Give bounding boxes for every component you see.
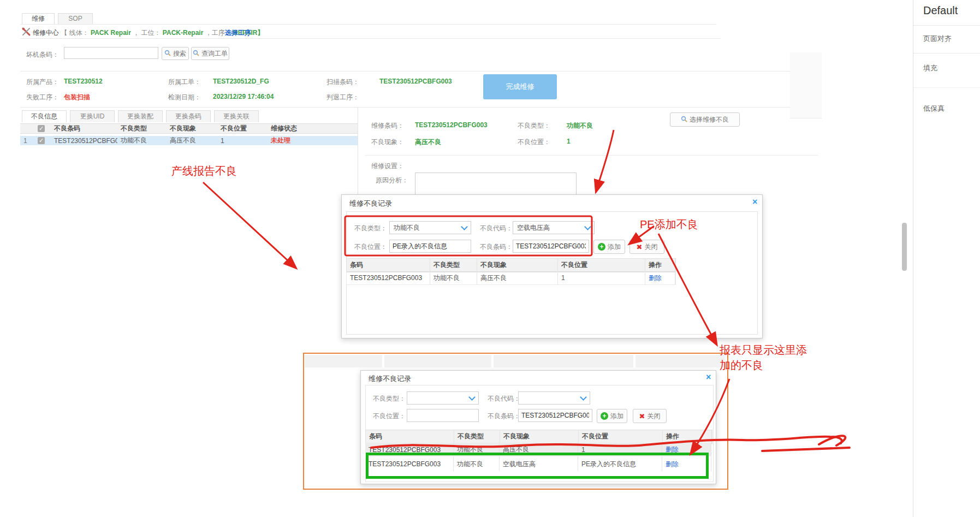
cell-phenomenon: 高压不良 [477, 271, 558, 284]
tab-replace-uid[interactable]: 更换UID [70, 110, 115, 122]
order-label: 所属工单： [168, 78, 201, 87]
add-button[interactable]: + 添加 [597, 409, 627, 423]
tab-replace-assembly[interactable]: 更换装配 [118, 110, 163, 122]
row-checkbox[interactable]: ✓ [34, 136, 51, 145]
annotation-report-note-line1: 报表只显示这里添 [720, 343, 807, 358]
search-icon [164, 50, 171, 58]
defect-position-label: 不良位置： [373, 412, 406, 421]
add-button-label: 添加 [608, 242, 621, 252]
sidebar-item-fill[interactable]: 填充 [923, 63, 937, 73]
close-button-label: 关闭 [647, 412, 660, 421]
defect-type-label: 不良类型： [373, 394, 406, 403]
app-edge-stripe [790, 105, 822, 118]
reject-process-label: 判退工序： [326, 93, 359, 102]
repair-barcode-value: TEST230512PCBFG003 [415, 121, 488, 129]
defect-position-input[interactable] [389, 240, 471, 253]
defect-code-select[interactable] [518, 391, 590, 405]
close-button[interactable]: ✖ 关闭 [633, 409, 667, 423]
phenomenon-value: 高压不良 [415, 138, 441, 147]
search-button[interactable]: 搜索 [162, 47, 189, 60]
annotation-report-note-line2: 加的不良 [720, 358, 763, 373]
select-process-link[interactable]: 选择工序 [225, 28, 251, 38]
defect-table: ✓ 不良条码 不良类型 不良现象 不良位置 维修状态 [20, 123, 358, 134]
tab-repair[interactable]: 维修 [22, 13, 55, 24]
delete-link[interactable]: 删除 [645, 271, 675, 284]
tab-replace-barcode[interactable]: 更换条码 [166, 110, 211, 122]
scan-barcode-value: TEST230512PCBFG003 [379, 78, 452, 85]
chevron-down-icon [468, 394, 476, 401]
phenomenon-label: 不良现象： [371, 138, 404, 147]
repair-settings-label: 维修设置： [371, 162, 404, 171]
section-divider [20, 107, 822, 108]
query-order-button[interactable]: 查询工单 [191, 47, 229, 60]
line-label: 【 线体： [61, 29, 88, 37]
bad-machine-barcode-input[interactable] [64, 47, 158, 59]
tab-sop[interactable]: SOP [58, 13, 93, 24]
check-date-value: 2023/12/29 17:46:04 [213, 93, 274, 100]
wrench-icon [22, 27, 31, 36]
defect-barcode-input[interactable] [518, 409, 592, 422]
defect-barcode-label: 不良条码： [488, 412, 520, 421]
repair-type-label: 不良类型： [518, 121, 550, 130]
annotation-strikethrough-hook [819, 436, 845, 445]
cell-status: 未处理 [268, 136, 358, 145]
close-button-label: 关闭 [644, 242, 657, 252]
finish-repair-button[interactable]: 完成维修 [483, 74, 557, 99]
defect-barcode-label: 不良条码： [480, 242, 513, 252]
scrollbar-thumb[interactable] [902, 223, 907, 271]
defect-type-select[interactable]: 功能不良 [389, 221, 471, 234]
cell-position: 1 [558, 271, 645, 284]
plus-icon: + [601, 412, 608, 420]
row-number: 1 [20, 136, 34, 145]
red-cross-icon: ✖ [639, 412, 645, 420]
position-label: 不良位置： [518, 138, 550, 147]
sidebar-item-page-align[interactable]: 页面对齐 [923, 34, 952, 44]
defect-code-label: 不良代码： [488, 394, 520, 403]
station-value: PACK-Repair [163, 29, 203, 37]
annotation-line-report-defect: 产线报告不良 [171, 164, 237, 179]
close-icon[interactable]: × [706, 373, 711, 381]
sidebar-divider [913, 25, 980, 26]
fail-process-label: 失败工序： [26, 93, 59, 102]
col-operation: 操作 [663, 430, 712, 443]
app-edge-stripe [790, 66, 822, 79]
select-all-checkbox[interactable]: ✓ [34, 124, 51, 134]
defect-barcode-input[interactable] [513, 240, 589, 253]
panel-divider [365, 155, 818, 156]
select-repair-defect-button[interactable]: 选择维修不良 [670, 112, 740, 127]
tabbar-border [20, 24, 716, 25]
col-barcode: 条码 [366, 430, 454, 443]
checkbox-checked-icon: ✓ [38, 137, 45, 144]
defect-position-input[interactable] [407, 409, 479, 422]
tab-defect-info[interactable]: 不良信息 [22, 110, 67, 122]
close-icon[interactable]: × [752, 198, 757, 206]
close-button[interactable]: ✖ 关闭 [629, 240, 664, 254]
tab-replace-link[interactable]: 更换关联 [214, 110, 259, 122]
col-defect-phenomenon: 不良现象 [167, 124, 217, 134]
sidebar-item-low-fidelity[interactable]: 低保真 [923, 104, 945, 114]
defect-type-value: 功能不良 [394, 223, 420, 233]
col-defect-barcode: 不良条码 [51, 124, 117, 134]
repair-barcode-label: 维修条码： [371, 121, 404, 130]
tab-strip-gap [382, 355, 384, 367]
chevron-down-icon [461, 223, 468, 230]
col-defect-phenomenon: 不良现象 [477, 259, 558, 272]
col-defect-position: 不良位置 [558, 259, 645, 272]
cell-barcode: TEST230512PCBFG003 [347, 271, 430, 284]
col-defect-type: 不良类型 [117, 124, 167, 134]
add-button[interactable]: + 添加 [593, 240, 625, 254]
col-defect-position: 不良位置 [579, 430, 663, 443]
col-defect-type: 不良类型 [454, 430, 500, 443]
cell-barcode: TEST230512PCBFG0 [51, 136, 117, 145]
search-icon [193, 50, 199, 58]
app-edge-stripe [790, 79, 822, 92]
table-row[interactable]: 1 ✓ TEST230512PCBFG0 功能不良 高压不良 1 未处理 [20, 136, 358, 145]
defect-code-select[interactable]: 空载电压高 [513, 221, 595, 234]
dialog-defect-table-header: 条码 不良类型 不良现象 不良位置 操作 [346, 258, 676, 272]
right-sidebar: Default 页面对齐 填充 低保真 [913, 0, 980, 517]
plus-icon: + [598, 243, 605, 251]
defect-position-label: 不良位置： [354, 242, 387, 252]
cell-type: 功能不良 [117, 136, 167, 145]
defect-type-select[interactable] [407, 391, 479, 405]
col-barcode: 条码 [347, 259, 430, 272]
